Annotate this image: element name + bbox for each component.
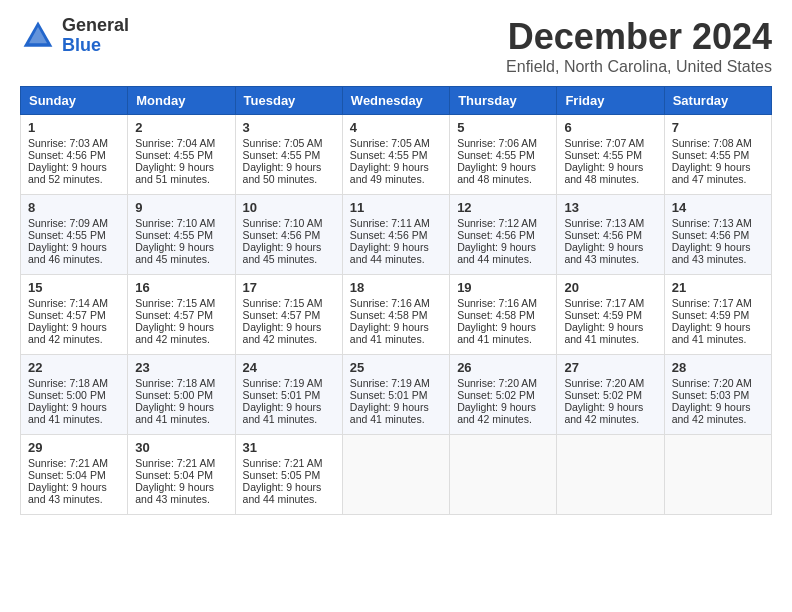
day-cell: 19Sunrise: 7:16 AMSunset: 4:58 PMDayligh… <box>450 275 557 355</box>
sunrise: Sunrise: 7:10 AM <box>243 217 323 229</box>
day-cell: 28Sunrise: 7:20 AMSunset: 5:03 PMDayligh… <box>664 355 771 435</box>
sunrise: Sunrise: 7:05 AM <box>350 137 430 149</box>
daylight: Daylight: 9 hours and 49 minutes. <box>350 161 429 185</box>
col-header-thursday: Thursday <box>450 87 557 115</box>
sunset: Sunset: 4:56 PM <box>457 229 535 241</box>
day-cell: 30Sunrise: 7:21 AMSunset: 5:04 PMDayligh… <box>128 435 235 515</box>
day-number: 28 <box>672 360 764 375</box>
day-cell: 1Sunrise: 7:03 AMSunset: 4:56 PMDaylight… <box>21 115 128 195</box>
day-cell: 8Sunrise: 7:09 AMSunset: 4:55 PMDaylight… <box>21 195 128 275</box>
sunset: Sunset: 5:05 PM <box>243 469 321 481</box>
sunset: Sunset: 4:59 PM <box>564 309 642 321</box>
sunrise: Sunrise: 7:19 AM <box>243 377 323 389</box>
week-row-2: 8Sunrise: 7:09 AMSunset: 4:55 PMDaylight… <box>21 195 772 275</box>
daylight: Daylight: 9 hours and 48 minutes. <box>564 161 643 185</box>
sunrise: Sunrise: 7:16 AM <box>457 297 537 309</box>
col-header-monday: Monday <box>128 87 235 115</box>
sunrise: Sunrise: 7:21 AM <box>28 457 108 469</box>
day-number: 5 <box>457 120 549 135</box>
sunset: Sunset: 4:56 PM <box>564 229 642 241</box>
sunrise: Sunrise: 7:15 AM <box>135 297 215 309</box>
day-number: 6 <box>564 120 656 135</box>
day-number: 29 <box>28 440 120 455</box>
day-cell <box>664 435 771 515</box>
sunset: Sunset: 4:56 PM <box>243 229 321 241</box>
sunset: Sunset: 5:01 PM <box>350 389 428 401</box>
col-header-friday: Friday <box>557 87 664 115</box>
daylight: Daylight: 9 hours and 41 minutes. <box>457 321 536 345</box>
day-number: 27 <box>564 360 656 375</box>
day-cell: 4Sunrise: 7:05 AMSunset: 4:55 PMDaylight… <box>342 115 449 195</box>
sunset: Sunset: 4:57 PM <box>28 309 106 321</box>
sunrise: Sunrise: 7:20 AM <box>564 377 644 389</box>
sunrise: Sunrise: 7:04 AM <box>135 137 215 149</box>
sunrise: Sunrise: 7:07 AM <box>564 137 644 149</box>
sunrise: Sunrise: 7:17 AM <box>564 297 644 309</box>
daylight: Daylight: 9 hours and 48 minutes. <box>457 161 536 185</box>
day-cell: 14Sunrise: 7:13 AMSunset: 4:56 PMDayligh… <box>664 195 771 275</box>
day-number: 20 <box>564 280 656 295</box>
daylight: Daylight: 9 hours and 41 minutes. <box>672 321 751 345</box>
sunrise: Sunrise: 7:11 AM <box>350 217 430 229</box>
sunrise: Sunrise: 7:03 AM <box>28 137 108 149</box>
day-cell: 22Sunrise: 7:18 AMSunset: 5:00 PMDayligh… <box>21 355 128 435</box>
sunrise: Sunrise: 7:19 AM <box>350 377 430 389</box>
sunset: Sunset: 5:02 PM <box>564 389 642 401</box>
day-cell: 6Sunrise: 7:07 AMSunset: 4:55 PMDaylight… <box>557 115 664 195</box>
location-title: Enfield, North Carolina, United States <box>506 58 772 76</box>
daylight: Daylight: 9 hours and 41 minutes. <box>28 401 107 425</box>
day-cell: 11Sunrise: 7:11 AMSunset: 4:56 PMDayligh… <box>342 195 449 275</box>
sunrise: Sunrise: 7:18 AM <box>28 377 108 389</box>
day-cell: 26Sunrise: 7:20 AMSunset: 5:02 PMDayligh… <box>450 355 557 435</box>
day-cell: 20Sunrise: 7:17 AMSunset: 4:59 PMDayligh… <box>557 275 664 355</box>
sunrise: Sunrise: 7:05 AM <box>243 137 323 149</box>
daylight: Daylight: 9 hours and 42 minutes. <box>672 401 751 425</box>
daylight: Daylight: 9 hours and 42 minutes. <box>135 321 214 345</box>
col-header-sunday: Sunday <box>21 87 128 115</box>
day-number: 8 <box>28 200 120 215</box>
daylight: Daylight: 9 hours and 44 minutes. <box>457 241 536 265</box>
day-cell: 2Sunrise: 7:04 AMSunset: 4:55 PMDaylight… <box>128 115 235 195</box>
day-number: 1 <box>28 120 120 135</box>
day-cell: 10Sunrise: 7:10 AMSunset: 4:56 PMDayligh… <box>235 195 342 275</box>
day-number: 24 <box>243 360 335 375</box>
day-number: 23 <box>135 360 227 375</box>
daylight: Daylight: 9 hours and 42 minutes. <box>243 321 322 345</box>
day-number: 13 <box>564 200 656 215</box>
sunset: Sunset: 5:00 PM <box>28 389 106 401</box>
sunrise: Sunrise: 7:06 AM <box>457 137 537 149</box>
day-number: 7 <box>672 120 764 135</box>
col-header-tuesday: Tuesday <box>235 87 342 115</box>
daylight: Daylight: 9 hours and 47 minutes. <box>672 161 751 185</box>
sunset: Sunset: 4:58 PM <box>457 309 535 321</box>
logo-general: General <box>62 16 129 36</box>
day-cell: 12Sunrise: 7:12 AMSunset: 4:56 PMDayligh… <box>450 195 557 275</box>
sunset: Sunset: 5:00 PM <box>135 389 213 401</box>
calendar-table: SundayMondayTuesdayWednesdayThursdayFrid… <box>20 86 772 515</box>
day-number: 22 <box>28 360 120 375</box>
day-number: 3 <box>243 120 335 135</box>
daylight: Daylight: 9 hours and 41 minutes. <box>564 321 643 345</box>
sunset: Sunset: 4:55 PM <box>672 149 750 161</box>
day-number: 11 <box>350 200 442 215</box>
day-number: 16 <box>135 280 227 295</box>
sunrise: Sunrise: 7:20 AM <box>457 377 537 389</box>
daylight: Daylight: 9 hours and 45 minutes. <box>243 241 322 265</box>
sunrise: Sunrise: 7:21 AM <box>135 457 215 469</box>
sunrise: Sunrise: 7:10 AM <box>135 217 215 229</box>
sunset: Sunset: 4:58 PM <box>350 309 428 321</box>
day-number: 2 <box>135 120 227 135</box>
day-cell <box>450 435 557 515</box>
day-number: 25 <box>350 360 442 375</box>
day-number: 15 <box>28 280 120 295</box>
sunset: Sunset: 5:04 PM <box>28 469 106 481</box>
day-number: 14 <box>672 200 764 215</box>
sunset: Sunset: 4:55 PM <box>135 229 213 241</box>
day-number: 17 <box>243 280 335 295</box>
sunrise: Sunrise: 7:21 AM <box>243 457 323 469</box>
day-cell: 24Sunrise: 7:19 AMSunset: 5:01 PMDayligh… <box>235 355 342 435</box>
day-number: 19 <box>457 280 549 295</box>
sunset: Sunset: 4:57 PM <box>135 309 213 321</box>
daylight: Daylight: 9 hours and 41 minutes. <box>350 321 429 345</box>
day-cell: 23Sunrise: 7:18 AMSunset: 5:00 PMDayligh… <box>128 355 235 435</box>
